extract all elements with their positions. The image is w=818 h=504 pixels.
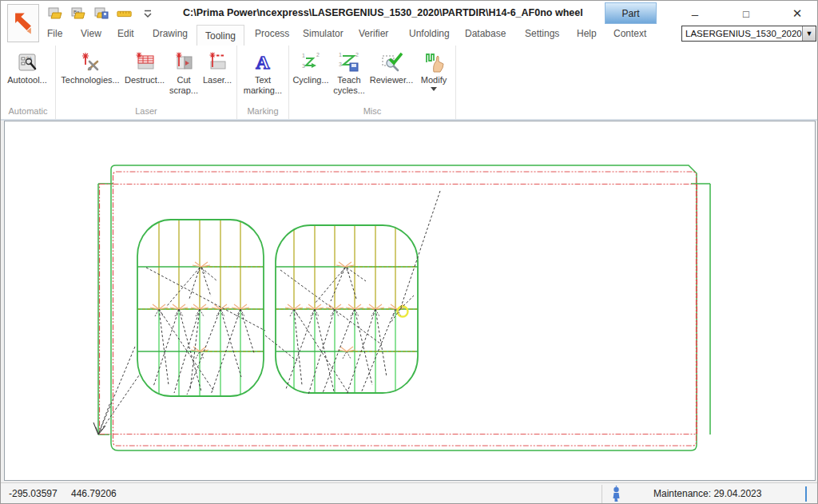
menu-unfolding[interactable]: Unfolding (409, 28, 450, 39)
statusbar-divider (602, 485, 602, 504)
laser-icon (206, 50, 228, 75)
autotool-button[interactable]: DA Autotool... (3, 47, 51, 85)
measure-icon[interactable] (117, 6, 133, 21)
menu-file[interactable]: File (47, 28, 62, 39)
group-label-laser: Laser (58, 105, 234, 119)
machine-selector[interactable]: LASERGENIUS_1530_2020 ▼ (681, 26, 816, 42)
ribbon-group-marking: A Text marking... Marking (237, 46, 289, 119)
chevron-down-icon[interactable]: ▼ (802, 26, 816, 41)
maximize-button[interactable]: □ (733, 5, 760, 22)
cut-scrap-button[interactable]: Cut scrap... (167, 47, 201, 96)
menu-settings[interactable]: Settings (525, 28, 559, 39)
maintenance-date: Maintenance: 29.04.2023 (653, 488, 761, 499)
menu-edit[interactable]: Edit (117, 28, 134, 39)
cut-scrap-icon (173, 50, 195, 75)
ribbon-group-automatic: DA Autotool... Automatic (1, 46, 56, 119)
menu-simulator[interactable]: Simulator (303, 28, 343, 39)
cycling-icon: 123 (300, 50, 322, 75)
app-window: Ba C:\Prima Power\ncexpress\LASERGENIUS_… (0, 0, 818, 504)
group-label-marking: Marking (240, 105, 286, 119)
svg-text:2: 2 (355, 52, 359, 58)
maintenance-bot-icon (610, 486, 622, 504)
autotool-icon: DA (16, 50, 38, 75)
teach-cycles-button[interactable]: 123 Teach cycles... (330, 47, 368, 96)
ribbon-toolbar: DA Autotool... Automatic Technologies... (1, 46, 818, 121)
menu-database[interactable]: Database (465, 28, 506, 39)
status-bar: -295.03597 446.79206 Maintenance: 29.04.… (1, 482, 818, 504)
text-marking-icon: A (252, 50, 274, 75)
ncexpress-arrow-icon (11, 9, 35, 38)
save-part-icon[interactable] (93, 6, 109, 21)
reviewer-icon (380, 50, 403, 75)
save-as-part-icon[interactable]: Ba (70, 6, 86, 21)
cursor-x-coordinate: -295.03597 (9, 488, 58, 499)
teach-cycles-icon: 123 (338, 50, 360, 75)
text-marking-button[interactable]: A Text marking... (240, 47, 286, 96)
collapse-toolbar-icon[interactable] (140, 6, 156, 21)
title-bar: Ba C:\Prima Power\ncexpress\LASERGENIUS_… (1, 1, 818, 25)
technologies-icon (79, 50, 101, 75)
destruct-button[interactable]: Destruct... (122, 47, 167, 85)
svg-text:2: 2 (316, 52, 320, 58)
svg-text:3: 3 (339, 62, 342, 67)
modify-button[interactable]: Modify (415, 47, 453, 91)
window-title: C:\Prima Power\ncexpress\LASERGENIUS_153… (183, 7, 583, 18)
ribbon-group-misc: 123 Cycling... 123 Teach cycles... (289, 46, 456, 119)
modify-dropdown-caret[interactable] (431, 87, 437, 91)
part-context-button[interactable]: Part (605, 2, 657, 24)
laser-button[interactable]: Laser... (201, 47, 234, 85)
machine-selector-value: LASERGENIUS_1530_2020 (682, 29, 802, 38)
menu-verifier[interactable]: Verifier (359, 28, 388, 39)
reviewer-button[interactable]: Reviewer... (368, 47, 415, 85)
destruct-icon (133, 50, 156, 75)
technologies-button[interactable]: Technologies... (58, 47, 122, 85)
svg-text:A: A (256, 52, 270, 73)
app-logo[interactable] (7, 4, 39, 42)
open-part-icon[interactable] (47, 6, 63, 21)
cycling-button[interactable]: 123 Cycling... (292, 47, 330, 85)
part-drawing[interactable] (5, 121, 815, 480)
menu-tooling-active-tab[interactable]: Tooling (197, 25, 244, 46)
statusbar-accent-bar (805, 486, 807, 502)
menu-view[interactable]: View (81, 28, 101, 39)
group-label-misc: Misc (292, 105, 453, 119)
menu-drawing[interactable]: Drawing (153, 28, 188, 39)
menu-help[interactable]: Help (577, 28, 597, 39)
ribbon-group-laser: Technologies... Destruct... Cut scrap... (56, 46, 237, 119)
group-label-automatic: Automatic (3, 105, 53, 119)
svg-text:1: 1 (339, 52, 342, 58)
modify-icon (423, 50, 445, 75)
menu-context[interactable]: Context (614, 28, 646, 39)
cursor-y-coordinate: 446.79206 (71, 488, 117, 499)
drawing-canvas[interactable] (4, 121, 816, 481)
menu-process[interactable]: Process (255, 28, 289, 39)
svg-text:1: 1 (302, 53, 305, 58)
quick-access-toolbar: Ba (47, 6, 156, 21)
close-button[interactable]: ✕ (784, 5, 811, 22)
minimize-button[interactable]: – (681, 5, 709, 22)
